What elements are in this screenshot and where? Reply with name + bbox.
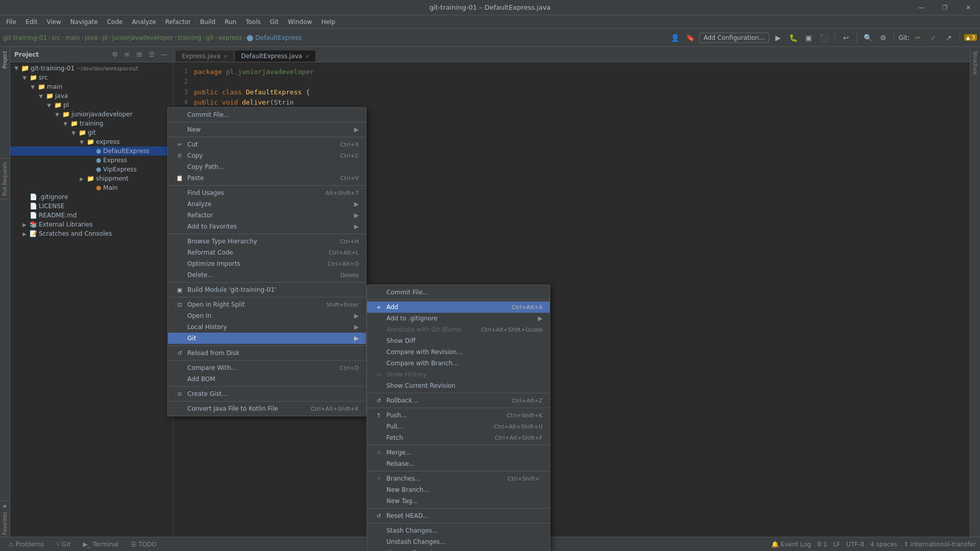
- ctx-convert-kotlin[interactable]: Convert Java File to Kotlin File Ctrl+Al…: [168, 403, 366, 414]
- ctx-copy-path[interactable]: Copy Path...: [168, 161, 366, 172]
- menu-build[interactable]: Build: [196, 17, 219, 27]
- breadcrumb-pl[interactable]: pl: [102, 34, 108, 41]
- tree-gitignore[interactable]: 📄 .gitignore: [10, 192, 173, 202]
- search-btn[interactable]: 🔍: [861, 31, 874, 44]
- status-terminal[interactable]: ▶_ Terminal: [79, 540, 122, 549]
- breadcrumb-pkg[interactable]: juniorjavadeveloper: [112, 34, 173, 41]
- menu-navigate[interactable]: Navigate: [66, 17, 102, 27]
- breadcrumb-main[interactable]: main: [65, 34, 80, 41]
- favorites-strip[interactable]: ★ Favorites: [0, 500, 10, 537]
- tab-express-close[interactable]: ✕: [224, 54, 228, 59]
- settings-btn[interactable]: ⚙: [876, 31, 890, 44]
- undo-btn[interactable]: ↩: [839, 31, 852, 44]
- ctx-refactor[interactable]: Refactor ▶: [168, 210, 366, 221]
- git-reset-head[interactable]: ↺ Reset HEAD...: [367, 510, 550, 521]
- breadcrumb-project[interactable]: git-training-01: [3, 34, 47, 41]
- status-git[interactable]: ⑂ Git: [52, 540, 75, 549]
- ctx-browse-hierarchy[interactable]: Browse Type Hierarchy Ctrl+H: [168, 236, 366, 247]
- tree-license[interactable]: 📄 LICENSE: [10, 202, 173, 211]
- git-commit-file[interactable]: Commit File...: [367, 287, 550, 298]
- git-pen-btn[interactable]: ✏: [912, 31, 925, 44]
- status-branch[interactable]: ↕ international-transfer: [903, 541, 976, 548]
- ctx-git[interactable]: Git ▶: [168, 333, 366, 344]
- tree-main[interactable]: ▼ 📁 main: [10, 82, 173, 91]
- tree-training[interactable]: ▼ 📁 training: [10, 119, 173, 128]
- project-strip-label[interactable]: Project: [1, 49, 9, 70]
- tree-main-class[interactable]: ⬤ Main: [10, 183, 173, 192]
- ctx-analyze[interactable]: Analyze ▶: [168, 198, 366, 210]
- tree-defaultexpress[interactable]: ⬤ DefaultExpress: [10, 146, 173, 156]
- minimize-button[interactable]: —: [910, 0, 933, 15]
- ctx-reload[interactable]: ↺ Reload from Disk: [168, 347, 366, 359]
- git-manage-remotes[interactable]: Manage Remotes...: [367, 547, 550, 551]
- ctx-open-in[interactable]: Open In ▶: [168, 310, 366, 321]
- menu-analyze[interactable]: Analyze: [128, 17, 160, 27]
- breadcrumb-file[interactable]: ⬤ DefaultExpress: [247, 34, 302, 41]
- ctx-local-history[interactable]: Local History ▶: [168, 321, 366, 333]
- tree-external-libs[interactable]: ▶ 📚 External Libraries: [10, 220, 173, 229]
- ctx-create-gist[interactable]: ⊙ Create Gist...: [168, 388, 366, 399]
- status-line-ending[interactable]: LF: [834, 541, 841, 548]
- tree-readme[interactable]: 📄 README.md: [10, 211, 173, 220]
- ctx-commit-file[interactable]: Commit File...: [168, 109, 366, 120]
- tree-shippment[interactable]: ▶ 📁 shippment: [10, 174, 173, 183]
- ctx-add-favorites[interactable]: Add to Favorites ▶: [168, 221, 366, 232]
- menu-code[interactable]: Code: [103, 17, 127, 27]
- status-problems[interactable]: ⚠ Problems: [4, 540, 48, 549]
- tree-java[interactable]: ▼ 📁 java: [10, 91, 173, 101]
- tab-express[interactable]: Express.java ✕: [176, 51, 234, 62]
- favorites-label[interactable]: Favorites: [2, 512, 8, 535]
- git-check-btn[interactable]: ✓: [927, 31, 940, 44]
- menu-refactor[interactable]: Refactor: [161, 17, 195, 27]
- breadcrumb-git[interactable]: git: [206, 34, 214, 41]
- git-merge[interactable]: ⑃ Merge...: [367, 447, 550, 458]
- status-indent[interactable]: 4 spaces: [870, 541, 897, 548]
- git-pull[interactable]: Pull... Ctrl+Alt+Shift+U: [367, 421, 550, 432]
- git-compare-branch[interactable]: Compare with Branch...: [367, 358, 550, 369]
- tree-git[interactable]: ▼ 📁 git: [10, 128, 173, 137]
- tab-defaultexpress-close[interactable]: ✕: [305, 54, 309, 59]
- breadcrumb-src[interactable]: src: [52, 34, 61, 41]
- ctx-delete[interactable]: Delete... Delete: [168, 269, 366, 281]
- ctx-paste[interactable]: 📋 Paste Ctrl+V: [168, 172, 366, 184]
- menu-view[interactable]: View: [42, 17, 65, 27]
- tree-express[interactable]: ⬤ Express: [10, 156, 173, 165]
- menu-file[interactable]: File: [2, 17, 20, 27]
- tree-src[interactable]: ▼ 📁 src: [10, 73, 173, 82]
- git-add[interactable]: + Add Ctrl+Alt+A: [367, 302, 550, 313]
- ctx-reformat[interactable]: Reformat Code Ctrl+Alt+L: [168, 247, 366, 258]
- git-arrow-btn[interactable]: ↗: [942, 31, 955, 44]
- breadcrumb-java[interactable]: java: [85, 34, 97, 41]
- tree-scratches[interactable]: ▶ 📝 Scratches and Consoles: [10, 229, 173, 238]
- breadcrumb-express[interactable]: express: [218, 34, 242, 41]
- git-show-diff[interactable]: Show Diff: [367, 335, 550, 346]
- git-rollback[interactable]: ↺ Rollback... Ctrl+Alt+Z: [367, 395, 550, 406]
- pull-requests-strip[interactable]: Pull Requests: [0, 158, 10, 199]
- git-branches[interactable]: ⑂ Branches... Ctrl+Shift+`: [367, 473, 550, 484]
- coverage-btn[interactable]: ▣: [802, 31, 815, 44]
- structure-strip-label[interactable]: Structure: [971, 49, 979, 77]
- project-collapse-btn[interactable]: ≡: [122, 51, 132, 58]
- vcs-update-btn[interactable]: 👤: [669, 31, 682, 44]
- status-event-log[interactable]: 🔔 Event Log: [771, 541, 811, 548]
- status-encoding[interactable]: UTF-8: [846, 541, 864, 548]
- git-show-current-rev[interactable]: Show Current Revision: [367, 380, 550, 391]
- git-unstash[interactable]: Unstash Changes...: [367, 536, 550, 547]
- tab-defaultexpress[interactable]: DefaultExpress.java ✕: [235, 51, 315, 62]
- ctx-copy[interactable]: ⎘ Copy Ctrl+C: [168, 150, 366, 161]
- bookmark-btn[interactable]: 🔖: [684, 31, 697, 44]
- debug-btn[interactable]: 🐛: [787, 31, 800, 44]
- git-compare-revision[interactable]: Compare with Revision...: [367, 346, 550, 358]
- tree-vipexpress[interactable]: ⬤ VipExpress: [10, 165, 173, 174]
- project-settings-btn[interactable]: ⊞: [134, 51, 144, 58]
- ctx-open-right-split[interactable]: ⊡ Open in Right Split Shift+Enter: [168, 299, 366, 310]
- ctx-new[interactable]: New ▶: [168, 124, 366, 135]
- run-btn[interactable]: ▶: [771, 31, 785, 44]
- git-add-gitignore[interactable]: Add to .gitignore ▶: [367, 313, 550, 324]
- menu-run[interactable]: Run: [220, 17, 240, 27]
- git-new-tag[interactable]: New Tag...: [367, 495, 550, 507]
- menu-help[interactable]: Help: [317, 17, 339, 27]
- ctx-compare-with[interactable]: Compare With... Ctrl+D: [168, 362, 366, 373]
- ctx-cut[interactable]: ✂ Cut Ctrl+X: [168, 139, 366, 150]
- pull-requests-label[interactable]: Pull Requests: [2, 162, 8, 196]
